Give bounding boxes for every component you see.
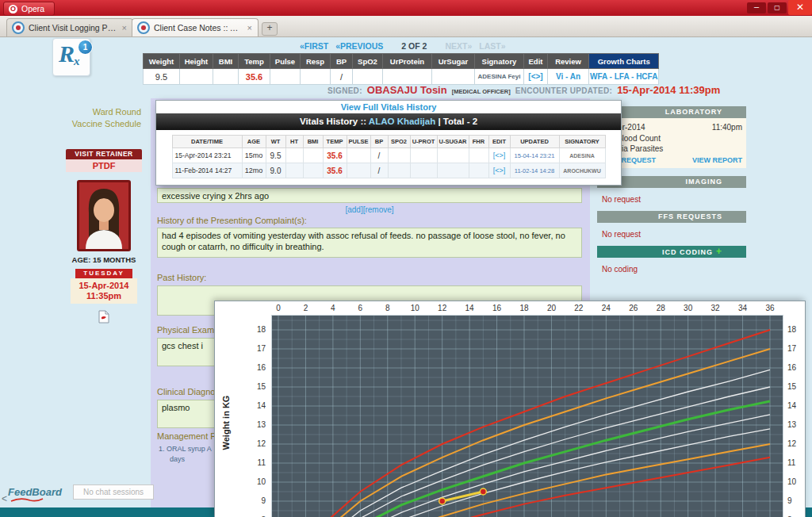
cell-ursugar	[432, 69, 475, 85]
growth-chart-x-axis: 024681012141618202224262830323436	[215, 301, 805, 316]
chat-sessions-status: No chat sessions	[73, 484, 154, 500]
col-urprotein: UrProtein	[383, 54, 432, 69]
y-tick-label: 10	[787, 477, 796, 486]
add-remove-link[interactable]: [add][remove]	[157, 205, 582, 214]
tab-favicon-icon	[137, 21, 150, 34]
col-growth-charts: Growth Charts	[589, 54, 659, 69]
history-edit-link[interactable]: [<>]	[488, 163, 510, 178]
window-titlebar: O Opera – ▢ ✕	[0, 0, 812, 16]
encounter-updated-label: ENCOUNTER UPDATED:	[515, 86, 612, 95]
col-temp: Temp	[239, 54, 270, 69]
sidebar-item-ward-round[interactable]: Ward Round	[57, 106, 151, 118]
col-ursugar: UrSugar	[432, 54, 475, 69]
encounter-updated-value: 15-Apr-2014 11:39pm	[617, 84, 720, 96]
y-tick-label: 13	[257, 420, 266, 429]
growth-chart-window: 024681012141618202224262830323436 Weight…	[214, 301, 806, 517]
encounter-pagination: «FIRST «PREVIOUS 2 OF 2 NEXT» LAST»	[300, 41, 506, 51]
cell-bp: /	[331, 69, 353, 85]
x-tick-label: 12	[435, 304, 450, 312]
view-report-link[interactable]: VIEW REPORT	[692, 156, 742, 164]
x-tick-label: 24	[598, 304, 614, 312]
x-tick-label: 22	[571, 304, 587, 312]
visit-retainer-value: PTDF	[66, 159, 142, 172]
col-review: Review	[548, 54, 589, 69]
edit-vitals-link[interactable]: [<>]	[524, 69, 548, 85]
maximize-button[interactable]: ▢	[768, 2, 787, 13]
col-resp: Resp	[301, 54, 331, 69]
patient-name: ALAO Khadijah	[369, 117, 435, 126]
tab-client-visit-logging[interactable]: Client Visit Logging Pa... ×	[6, 18, 133, 36]
ffs-status: No request	[602, 230, 746, 239]
tab-close-icon[interactable]: ×	[121, 23, 128, 33]
hpc-label: History of the Presenting Complaint(s):	[157, 216, 582, 225]
signed-by-role: [MEDICAL OFFICER]	[452, 88, 511, 95]
case-note-icon[interactable]	[98, 310, 109, 324]
y-tick-label: 18	[787, 325, 796, 334]
cell-spo2	[353, 69, 383, 85]
visit-date: 15-Apr-2014	[71, 281, 137, 291]
hpc-textarea[interactable]: had 4 episodes of vomiting yesterday wit…	[157, 228, 582, 258]
col-spo2: SpO2	[353, 54, 383, 69]
growth-chart-links[interactable]: WFA - LFA - HCFA	[589, 69, 659, 85]
pagination-first[interactable]: «FIRST	[300, 41, 328, 51]
vitals-history-title: Vitals History :: ALAO Khadijah | Total …	[156, 113, 621, 130]
y-tick-label: 18	[257, 325, 266, 334]
vitals-history-table: Date/Time Age WT HT BMI Temp Pulse BP Sp…	[172, 135, 606, 178]
history-header-row: Date/Time Age WT HT BMI Temp Pulse BP Sp…	[172, 136, 605, 148]
tab-label: Client Case Notes :: AL...	[154, 23, 243, 33]
notification-badge[interactable]: 1	[78, 40, 93, 55]
icd-status: No coding	[602, 265, 746, 274]
y-tick-label: 17	[257, 344, 266, 353]
col-height: Height	[180, 54, 213, 69]
y-tick-label: 12	[787, 439, 796, 448]
x-tick-label: 18	[516, 304, 532, 312]
x-tick-label: 28	[653, 304, 668, 312]
icd-coding-header: ICD CODING+	[597, 246, 746, 258]
pagination-last[interactable]: LAST»	[479, 41, 505, 51]
x-tick-label: 34	[735, 304, 751, 312]
add-icd-code-button[interactable]: +	[716, 246, 722, 257]
rx-logo-letter: R	[59, 40, 75, 67]
visit-datetime: 15-Apr-2014 11:35pm	[71, 278, 137, 304]
x-tick-label: 8	[380, 304, 396, 312]
pagination-position: 2 OF 2	[401, 41, 427, 51]
y-tick-label: 10	[257, 477, 266, 486]
x-tick-label: 26	[626, 304, 642, 312]
signed-line: SIGNED: OBASAJU Tosin [MEDICAL OFFICER] …	[327, 84, 720, 96]
y-tick-label: 17	[787, 344, 796, 353]
feedboard-bar: FeedBoard No chat sessions	[8, 484, 154, 500]
cell-weight: 9.5	[144, 69, 180, 85]
opera-menu-button[interactable]: O Opera	[3, 2, 55, 16]
vitals-history-popup: View Full Vitals History Vitals History …	[155, 100, 622, 186]
review-links[interactable]: Vi - An	[548, 69, 589, 85]
new-tab-button[interactable]: +	[262, 22, 278, 36]
signed-label: SIGNED:	[327, 86, 362, 95]
sidebar-item-vaccine-schedule[interactable]: Vaccine Schedule	[57, 118, 151, 130]
tab-bar: Client Visit Logging Pa... × Client Case…	[0, 16, 812, 37]
close-button[interactable]: ✕	[788, 0, 812, 15]
x-tick-label: 0	[270, 304, 286, 312]
y-tick-label: 15	[787, 382, 796, 391]
pagination-previous[interactable]: «PREVIOUS	[335, 41, 383, 51]
col-weight: Weight	[144, 54, 180, 69]
cell-urprotein	[383, 69, 432, 85]
minimize-button[interactable]: –	[747, 2, 766, 13]
history-row: 15-Apr-2014 23:21 15mo 9.5 35.6 / [<>] 1…	[172, 148, 605, 163]
cell-temp: 35.6	[239, 69, 270, 85]
growth-chart-plot	[272, 316, 783, 517]
x-tick-label: 4	[325, 304, 341, 312]
view-full-vitals-history-link[interactable]: View Full Vitals History	[156, 101, 621, 113]
history-edit-link[interactable]: [<>]	[488, 148, 510, 163]
presenting-complaint-input[interactable]: excessive crying x 2hrs ago	[157, 188, 582, 203]
growth-chart-y-axis-title: Weight in KG	[221, 355, 231, 490]
pagination-next[interactable]: NEXT»	[445, 41, 472, 51]
feedboard-logo: FeedBoard	[8, 486, 62, 498]
col-bp: BP	[331, 54, 353, 69]
x-tick-label: 14	[462, 304, 477, 312]
x-tick-label: 36	[762, 304, 778, 312]
tab-close-icon[interactable]: ×	[247, 23, 253, 33]
lab-request-time: 11:40pm	[712, 121, 742, 133]
tab-client-case-notes[interactable]: Client Case Notes :: AL... ×	[132, 18, 259, 36]
visit-time: 11:35pm	[71, 291, 137, 301]
scroll-left-arrow[interactable]: <	[2, 493, 7, 504]
